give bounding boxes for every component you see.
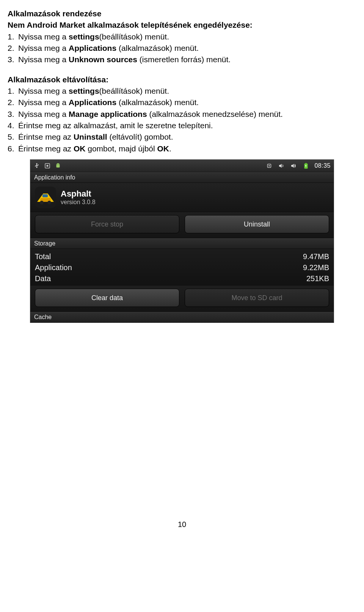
text-bold: Uninstall xyxy=(74,132,107,141)
status-right: 08:35 xyxy=(266,162,331,169)
app-row: Asphalt version 3.0.8 xyxy=(30,183,334,212)
signal-icon xyxy=(266,162,273,169)
volume-ring-icon xyxy=(290,162,297,169)
button-row-top: Force stop Uninstall xyxy=(30,212,334,238)
heading-remove: Alkalmazások eltávolítása: xyxy=(8,74,356,85)
text-bold: OK xyxy=(74,144,86,153)
text: Nyissa meg a xyxy=(18,98,69,107)
document-page: Alkalmazások rendezése Nem Android Marke… xyxy=(0,0,364,552)
app-title: Asphalt xyxy=(61,189,96,199)
list-number: 3. xyxy=(8,109,18,120)
text: Nyissa meg a xyxy=(18,110,69,118)
section-storage: Storage xyxy=(30,238,334,249)
list-item: 2. Nyissa meg a Applications (alkalmazás… xyxy=(8,43,356,53)
text-bold: Applications xyxy=(69,44,116,52)
text-bold: Unknown sources xyxy=(69,55,137,64)
list-text: Nyissa meg a settings(beállítások) menüt… xyxy=(18,31,356,42)
list-number: 4. xyxy=(8,120,18,131)
button-row-bottom: Clear data Move to SD card xyxy=(30,286,334,312)
list-item: 5. Érintse meg az Uninstall (eltávolít) … xyxy=(8,132,356,142)
app-icon xyxy=(35,187,56,208)
move-to-sd-button[interactable]: Move to SD card xyxy=(185,289,329,307)
storage-row-total: Total 9.47MB xyxy=(35,251,329,262)
volume-icon xyxy=(278,162,285,169)
storage-key: Data xyxy=(35,274,51,283)
section-cache: Cache xyxy=(30,312,334,323)
text: Nyissa meg a xyxy=(18,32,69,41)
text: (alkalmazások) menüt. xyxy=(116,44,199,52)
uninstall-button[interactable]: Uninstall xyxy=(185,215,329,233)
text: (beállítások) menüt. xyxy=(99,32,169,41)
clear-data-button[interactable]: Clear data xyxy=(35,289,179,307)
page-number: 10 xyxy=(8,520,356,529)
text-bold: settings xyxy=(69,87,99,95)
text-bold: OK xyxy=(157,144,169,153)
status-bar: 08:35 xyxy=(30,160,334,172)
text: (eltávolít) gombot. xyxy=(107,132,173,141)
list-text: Nyissa meg a Unknown sources (ismeretlen… xyxy=(18,54,356,65)
list-item: 1. Nyissa meg a settings(beállítások) me… xyxy=(8,31,356,42)
svg-point-3 xyxy=(59,164,60,165)
list-item: 3. Nyissa meg a Unknown sources (ismeret… xyxy=(8,54,356,65)
list-item: 2. Nyissa meg a Applications (alkalmazás… xyxy=(8,97,356,108)
storage-key: Total xyxy=(35,252,51,261)
text: Érintse meg az alkalmazást, amit le szer… xyxy=(18,121,213,130)
android-screenshot: 08:35 Application info Asphalt version 3… xyxy=(30,159,334,323)
status-clock: 08:35 xyxy=(314,162,331,169)
text: Nyissa meg a xyxy=(18,55,69,64)
svg-rect-5 xyxy=(269,165,270,167)
svg-rect-12 xyxy=(42,194,48,197)
storage-key: Application xyxy=(35,263,72,272)
storage-value: 251KB xyxy=(306,274,329,283)
list-item: 6. Érintse meg az OK gombot, majd újból … xyxy=(8,143,356,154)
list-number: 6. xyxy=(8,143,18,154)
list-item: 4. Érintse meg az alkalmazást, amit le s… xyxy=(8,120,356,131)
storage-row-application: Application 9.22MB xyxy=(35,262,329,273)
svg-point-11 xyxy=(47,201,51,205)
battery-icon xyxy=(302,162,309,169)
list-number: 2. xyxy=(8,97,18,108)
section-app-info: Application info xyxy=(30,172,334,183)
list-text: Nyissa meg a Applications (alkalmazások)… xyxy=(18,97,356,108)
force-stop-button[interactable]: Force stop xyxy=(35,215,179,233)
list-text: Érintse meg az OK gombot, majd újból OK. xyxy=(18,143,356,154)
heading-install-enable: Nem Android Market alkalmazások telepíté… xyxy=(8,20,356,30)
android-icon xyxy=(55,162,61,169)
list-item: 1. Nyissa meg a settings(beállítások) me… xyxy=(8,86,356,96)
list-item: 3. Nyissa meg a Manage applications (alk… xyxy=(8,109,356,120)
text: gombot, majd újból xyxy=(85,144,157,153)
storage-block: Total 9.47MB Application 9.22MB Data 251… xyxy=(30,249,334,286)
text-bold: Manage applications xyxy=(69,110,147,118)
usb-debug-icon xyxy=(44,162,51,169)
list-text: Érintse meg az alkalmazást, amit le szer… xyxy=(18,120,356,131)
svg-point-2 xyxy=(57,164,58,165)
storage-value: 9.47MB xyxy=(303,252,329,261)
text-bold: Applications xyxy=(69,98,116,107)
text: Nyissa meg a xyxy=(18,44,69,52)
svg-rect-1 xyxy=(47,165,49,167)
list-text: Nyissa meg a settings(beállítások) menüt… xyxy=(18,86,356,96)
text: (beállítások) menüt. xyxy=(99,87,169,95)
list-number: 1. xyxy=(8,86,18,96)
text: (ismeretlen forrás) menüt. xyxy=(137,55,231,64)
list-text: Érintse meg az Uninstall (eltávolít) gom… xyxy=(18,132,356,142)
list-number: 1. xyxy=(8,31,18,42)
list-number: 3. xyxy=(8,54,18,65)
list-text: Nyissa meg a Applications (alkalmazások)… xyxy=(18,43,356,53)
text: Érintse meg az xyxy=(18,132,74,141)
status-left xyxy=(33,162,61,169)
text: Nyissa meg a xyxy=(18,87,69,95)
app-version: version 3.0.8 xyxy=(61,199,96,206)
list-text: Nyissa meg a Manage applications (alkalm… xyxy=(18,109,356,120)
list-number: 2. xyxy=(8,43,18,53)
svg-rect-7 xyxy=(306,163,307,164)
app-meta: Asphalt version 3.0.8 xyxy=(61,189,96,206)
text-bold: settings xyxy=(69,32,99,41)
text: Érintse meg az xyxy=(18,144,74,153)
heading-apps-ordering: Alkalmazások rendezése xyxy=(8,8,356,19)
text: (alkalmazások menedzselése) menüt. xyxy=(147,110,283,118)
list-number: 5. xyxy=(8,132,18,142)
text: (alkalmazások) menüt. xyxy=(116,98,199,107)
text: . xyxy=(169,144,171,153)
storage-value: 9.22MB xyxy=(303,263,329,272)
